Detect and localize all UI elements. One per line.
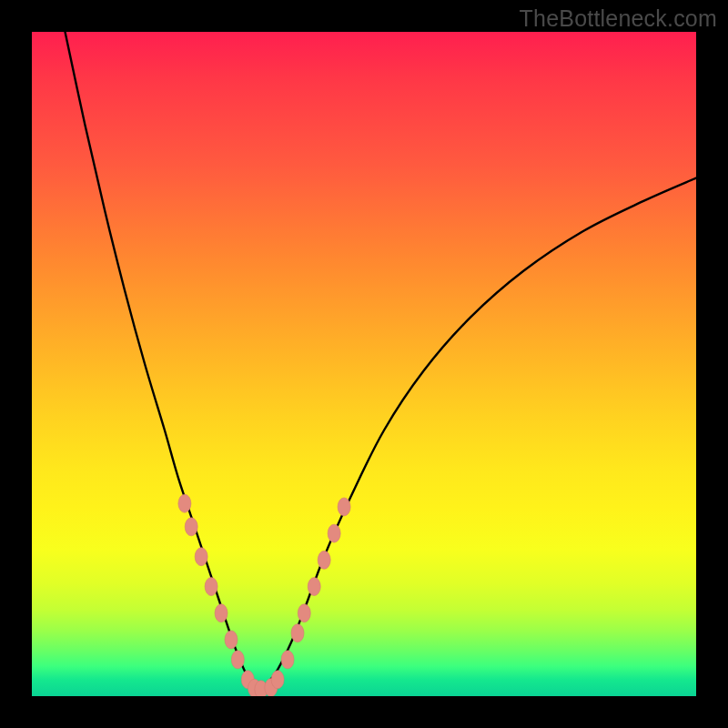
marker-point	[308, 578, 320, 596]
outer-frame: TheBottleneck.com	[0, 0, 728, 728]
gradient-plot-area	[32, 32, 696, 696]
marker-point	[178, 494, 191, 512]
chart-svg	[32, 32, 696, 696]
marker-point	[328, 524, 340, 542]
marker-point	[231, 651, 244, 669]
marker-point	[298, 604, 310, 622]
marker-point	[225, 631, 238, 649]
curve-right-path	[258, 178, 696, 690]
watermark-text: TheBottleneck.com	[520, 5, 717, 32]
marker-point	[338, 498, 350, 516]
marker-point	[291, 624, 304, 642]
marker-point	[215, 604, 228, 622]
marker-point	[318, 551, 330, 569]
marker-point	[271, 671, 284, 689]
marker-group	[178, 494, 350, 696]
marker-point	[195, 548, 207, 566]
marker-point	[205, 578, 217, 596]
marker-point	[185, 518, 197, 536]
curve-left-path	[66, 32, 258, 690]
marker-point	[281, 651, 294, 669]
